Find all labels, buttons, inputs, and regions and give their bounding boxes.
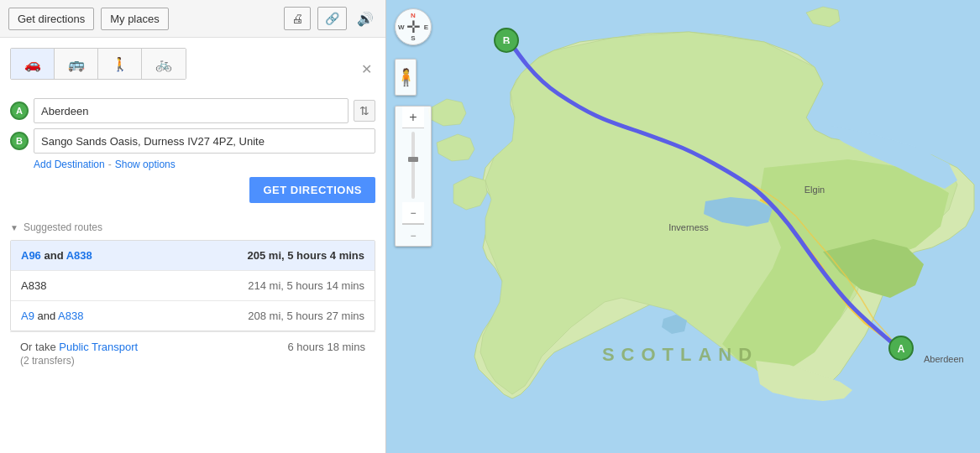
- print-icon: 🖨: [291, 12, 303, 25]
- pt-time: 6 hours 18 mins: [288, 341, 366, 353]
- waypoint-b-row: B: [10, 128, 375, 154]
- directions-form: 🚗 🚌 🚶 🚲 ✕ A ⇅: [0, 38, 385, 213]
- link-separator: -: [108, 159, 112, 170]
- pegman-button[interactable]: 🧍: [395, 59, 417, 96]
- links-row: Add Destination - Show options: [10, 159, 375, 170]
- compass-s-label: S: [411, 34, 415, 42]
- route-1-link-a96[interactable]: A96: [21, 249, 41, 262]
- svg-text:Inverness: Inverness: [668, 222, 709, 232]
- pt-name: Or take Public Transport: [20, 341, 138, 353]
- route-3-link-a9[interactable]: A9: [21, 310, 34, 322]
- link-button[interactable]: 🔗: [317, 7, 347, 30]
- routes-table: A96 and A838 205 mi, 5 hours 4 mins A838…: [10, 240, 375, 331]
- svg-text:SCOTLAND: SCOTLAND: [602, 344, 758, 365]
- map-area[interactable]: SCOTLAND Inverness Elgin Aberdeen B A N …: [386, 0, 980, 453]
- chevron-down-icon: ▼: [10, 223, 18, 232]
- route-1-time: 205 mi, 5 hours 4 mins: [248, 249, 364, 262]
- cycling-icon: 🚲: [155, 56, 172, 72]
- close-form-button[interactable]: ✕: [358, 60, 375, 79]
- map-controls: N S E W ✛ 🧍 + − −: [395, 8, 432, 247]
- my-places-button[interactable]: My places: [101, 8, 169, 30]
- suggested-routes-label: Suggested routes: [24, 221, 102, 233]
- car-icon: 🚗: [24, 56, 41, 72]
- route-2-time: 214 mi, 5 hours 14 mins: [248, 279, 364, 292]
- sound-icon: 🔊: [357, 12, 374, 26]
- marker-b: B: [10, 132, 29, 150]
- suggested-routes-header: ▼ Suggested routes: [10, 221, 375, 233]
- zoom-out-small-button[interactable]: −: [402, 202, 424, 224]
- compass-n-label: N: [411, 12, 416, 19]
- zoom-slider-thumb: [408, 157, 418, 162]
- route-row-1[interactable]: A96 and A838 205 mi, 5 hours 4 mins: [11, 241, 375, 271]
- walking-icon: 🚶: [112, 56, 128, 72]
- pt-sub: (2 transfers): [20, 355, 365, 367]
- zoom-control: + − −: [395, 106, 432, 247]
- pan-control[interactable]: N S E W ✛: [395, 8, 432, 45]
- svg-text:Elgin: Elgin: [804, 185, 825, 195]
- pegman-icon: 🧍: [396, 67, 417, 87]
- transport-mode-bar: 🚗 🚌 🚶 🚲: [10, 48, 186, 80]
- public-transport-row[interactable]: Or take Public Transport 6 hours 18 mins…: [10, 331, 375, 375]
- route-3-name: A9 and A838: [21, 310, 83, 322]
- compass-e-label: E: [424, 23, 428, 31]
- zoom-slider-track: [411, 132, 415, 199]
- add-destination-link[interactable]: Add Destination: [34, 159, 105, 170]
- link-icon: 🔗: [325, 12, 339, 25]
- transport-car-button[interactable]: 🚗: [11, 49, 55, 79]
- top-bar: Get directions My places 🖨 🔗 🔊: [0, 0, 385, 38]
- transport-cycling-button[interactable]: 🚲: [142, 49, 186, 79]
- compass-w-label: W: [398, 23, 405, 31]
- route-3-time: 208 mi, 5 hours 27 mins: [248, 310, 364, 322]
- print-button[interactable]: 🖨: [284, 7, 311, 30]
- marker-a: A: [10, 102, 29, 120]
- route-row-3[interactable]: A9 and A838 208 mi, 5 hours 27 mins: [11, 301, 375, 331]
- svg-text:Aberdeen: Aberdeen: [924, 354, 964, 364]
- transport-transit-button[interactable]: 🚌: [55, 49, 98, 79]
- transit-icon: 🚌: [68, 56, 85, 72]
- left-panel: Get directions My places 🖨 🔗 🔊 🚗 🚌 🚶: [0, 0, 386, 453]
- route-1-name: A96 and A838: [21, 249, 92, 262]
- route-row-2[interactable]: A838 214 mi, 5 hours 14 mins: [11, 271, 375, 301]
- route-2-name: A838: [21, 279, 46, 292]
- get-directions-top-button[interactable]: Get directions: [8, 8, 94, 30]
- waypoint-a-row: A ⇅: [10, 98, 375, 123]
- show-options-link[interactable]: Show options: [115, 159, 176, 170]
- transport-close-row: 🚗 🚌 🚶 🚲 ✕: [10, 48, 375, 90]
- destination-input[interactable]: [34, 128, 375, 154]
- swap-waypoints-button[interactable]: ⇅: [354, 100, 375, 122]
- pt-top: Or take Public Transport 6 hours 18 mins: [20, 341, 365, 353]
- route-3-link-a838[interactable]: A838: [58, 310, 83, 322]
- map-svg: SCOTLAND Inverness Elgin Aberdeen B A: [386, 0, 980, 453]
- sound-button[interactable]: 🔊: [354, 8, 377, 30]
- zoom-small-minus-icon: −: [410, 230, 416, 242]
- route-1-link-a838[interactable]: A838: [66, 249, 92, 262]
- zoom-in-button[interactable]: +: [402, 107, 424, 128]
- public-transport-link[interactable]: Public Transport: [59, 341, 138, 353]
- origin-input[interactable]: [34, 98, 349, 123]
- transport-walking-button[interactable]: 🚶: [98, 49, 142, 79]
- get-directions-button[interactable]: GET DIRECTIONS: [249, 177, 375, 203]
- results-panel: ▼ Suggested routes A96 and A838 205 mi, …: [0, 213, 385, 453]
